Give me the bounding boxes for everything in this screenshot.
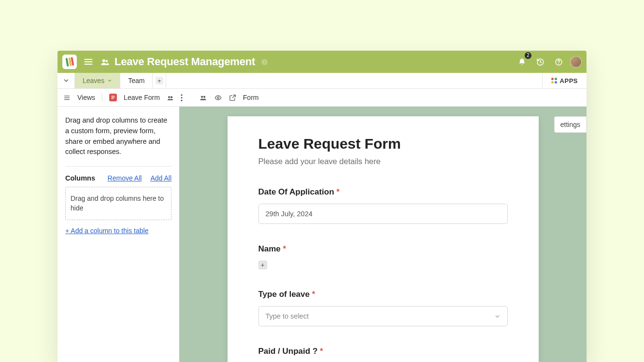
app-window: Leave Request Management 2 Leaves Team (57, 51, 587, 362)
svg-rect-15 (112, 98, 114, 99)
add-name-button[interactable]: + (258, 261, 267, 269)
date-input[interactable] (258, 204, 508, 224)
svg-rect-6 (264, 61, 264, 63)
list-icon (63, 94, 71, 101)
field-type: Type of leave * Type to select (258, 290, 508, 326)
views-button[interactable]: Views (77, 94, 95, 101)
chevron-down-icon (107, 78, 112, 83)
svg-point-20 (181, 99, 182, 101)
panel-description: Drag and drop columns to create a custom… (65, 115, 172, 157)
svg-point-9 (558, 63, 558, 64)
form-card: Leave Request Form Please add your leave… (228, 116, 539, 362)
notification-badge: 2 (525, 52, 531, 59)
svg-point-3 (102, 59, 105, 62)
field-name: Name * + (258, 244, 508, 269)
apps-label: APPS (560, 77, 578, 84)
form-button[interactable]: Form (243, 94, 259, 101)
remove-all-link[interactable]: Remove All (108, 174, 142, 182)
svg-point-23 (217, 97, 219, 98)
svg-rect-13 (112, 96, 115, 97)
svg-point-19 (181, 97, 182, 98)
field-date: Date Of Application * (258, 187, 508, 224)
tabs-expand-button[interactable] (57, 73, 75, 88)
view-name[interactable]: Leave Form (124, 94, 160, 101)
tab-row: Leaves Team + APPS (57, 73, 587, 89)
svg-point-21 (201, 96, 203, 97)
tab-label: Leaves (83, 77, 104, 84)
settings-button[interactable]: ettings (554, 116, 587, 133)
plus-icon: + (156, 77, 163, 84)
form-view-icon (109, 94, 117, 101)
required-marker: * (320, 347, 323, 356)
form-title[interactable]: Leave Request Form (258, 136, 508, 152)
svg-point-16 (168, 96, 170, 98)
form-subtitle[interactable]: Please add your leave details here (258, 157, 508, 166)
page-title: Leave Request Management (114, 56, 255, 68)
field-label: Date Of Application * (258, 187, 508, 197)
form-canvas: ettings Leave Request Form Please add yo… (179, 107, 587, 362)
select-placeholder: Type to select (266, 312, 309, 320)
divider (102, 93, 102, 102)
hide-columns-dropzone[interactable]: Drag and drop columns here to hide (65, 187, 172, 220)
chevron-down-icon (494, 313, 501, 320)
add-all-link[interactable]: Add All (150, 174, 172, 182)
divider (65, 166, 172, 167)
tab-team[interactable]: Team (120, 73, 153, 88)
tab-leaves[interactable]: Leaves (75, 73, 120, 88)
columns-heading: Columns (65, 174, 99, 182)
toolbar: Views Leave Form Form (57, 89, 587, 107)
svg-point-7 (264, 60, 265, 61)
svg-point-4 (106, 60, 108, 62)
type-select[interactable]: Type to select (258, 306, 508, 326)
apps-icon (551, 78, 557, 84)
field-label: Type of leave * (258, 290, 508, 299)
app-logo[interactable] (62, 55, 77, 69)
avatar[interactable] (570, 56, 582, 68)
svg-point-17 (171, 96, 172, 98)
help-button[interactable] (552, 55, 565, 69)
preview-icon[interactable] (214, 94, 222, 101)
more-menu-icon[interactable] (181, 94, 183, 101)
body: Drag and drop columns to create a custom… (57, 107, 587, 362)
svg-point-22 (203, 96, 205, 97)
collaborators-icon[interactable] (199, 94, 207, 101)
required-marker: * (336, 187, 340, 196)
field-label: Name * (258, 244, 508, 254)
apps-button[interactable]: APPS (543, 73, 587, 88)
tab-label: Team (128, 77, 144, 84)
required-marker: * (283, 244, 286, 253)
add-column-link[interactable]: + Add a column to this table (65, 227, 148, 235)
field-paid: Paid / Unpaid ? * Paid (258, 347, 508, 362)
required-marker: * (312, 290, 315, 299)
side-panel: Drag and drop columns to create a custom… (57, 107, 179, 362)
users-icon[interactable] (100, 55, 110, 69)
hamburger-menu-button[interactable] (82, 55, 95, 69)
info-icon[interactable] (260, 55, 269, 69)
topbar: Leave Request Management 2 (57, 51, 587, 73)
field-label: Paid / Unpaid ? * (258, 347, 508, 356)
share-view-icon[interactable] (167, 94, 174, 101)
export-icon[interactable] (229, 94, 236, 101)
notifications-button[interactable]: 2 (515, 55, 529, 69)
svg-point-18 (181, 94, 182, 96)
history-button[interactable] (533, 55, 547, 69)
add-tab-button[interactable]: + (153, 73, 166, 88)
svg-rect-14 (112, 97, 115, 97)
